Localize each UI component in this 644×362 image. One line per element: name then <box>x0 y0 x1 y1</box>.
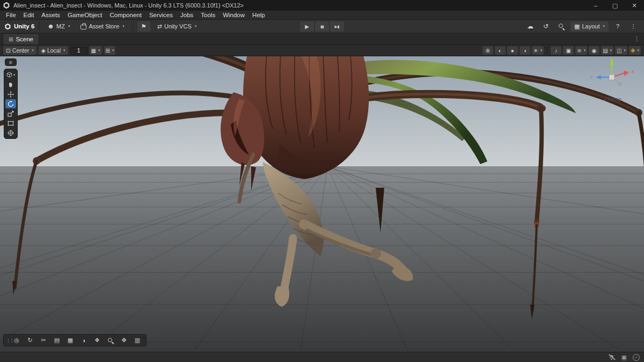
search-view-button[interactable] <box>104 335 117 345</box>
z-axis-handle[interactable] <box>596 75 601 79</box>
menu-jobs[interactable]: Jobs <box>177 11 197 19</box>
sliders-button[interactable]: ▤ <box>50 335 63 345</box>
skybox-dropdown[interactable]: ☀ ▾ <box>532 46 544 55</box>
render-doodads-icon: ⊕ <box>486 48 490 54</box>
orbit-view-button[interactable]: ◎ <box>10 335 23 345</box>
menu-help[interactable]: Help <box>248 11 269 19</box>
paint-grid-icon: ▦ <box>68 337 73 344</box>
scene-visibility-button[interactable]: ◉ <box>589 46 599 55</box>
shopping-bag-icon <box>80 25 86 29</box>
overlay-drag-handle[interactable]: ⋮⋮ <box>6 338 10 343</box>
menu-services[interactable]: Services <box>145 11 177 19</box>
camera-preview-button[interactable]: ▣ <box>563 46 574 55</box>
view-tool-button[interactable] <box>5 80 16 89</box>
scene-canvas[interactable] <box>0 45 644 352</box>
play-button[interactable]: ▶ <box>300 21 314 32</box>
grid-snap-dropdown[interactable]: ▦ ▾ <box>90 46 102 55</box>
gizmo-center-cube[interactable] <box>609 75 614 80</box>
pivot-mode-dropdown[interactable]: ⊡ Center ▾ <box>3 46 36 55</box>
rotate-view-button[interactable]: ↻ <box>24 335 36 345</box>
editor-status-button[interactable]: ✓ <box>633 354 640 361</box>
axis-space-icon: ◈ <box>41 47 46 54</box>
transform-tool-button[interactable] <box>5 128 16 137</box>
paint-grid-button[interactable]: ▦ <box>64 335 77 345</box>
ground-plane <box>0 166 644 352</box>
window-title: Alien_insect - Alien_insect - Windows, M… <box>13 2 244 9</box>
tool-context-dropdown[interactable]: ▾ <box>5 70 16 79</box>
history-icon: ↺ <box>543 23 548 30</box>
dock-tab-bar: ⊞ Scene ⋮ <box>0 33 644 45</box>
scene-overlay-button[interactable]: ◑ <box>519 46 530 55</box>
gizmos-dropdown[interactable]: ✥ ▾ <box>629 46 641 55</box>
grid-visibility-dropdown[interactable]: ▤ ▾ <box>601 46 613 55</box>
asset-store-dropdown[interactable]: Asset Store ▾ <box>77 21 128 32</box>
rect-tool-button[interactable] <box>5 119 16 128</box>
transform-tools: ▾ <box>4 69 18 139</box>
tab-bar-more-button[interactable]: ⋮ <box>634 35 640 42</box>
tab-scene[interactable]: ⊞ Scene <box>3 33 39 45</box>
x-axis-handle[interactable] <box>624 71 629 76</box>
increment-snap-dropdown[interactable]: ⊞ ▾ <box>104 46 116 55</box>
menu-gameobject[interactable]: GameObject <box>64 11 106 19</box>
shaded-sphere-icon: ● <box>511 48 514 54</box>
render-mode-button[interactable]: ⊕ <box>482 46 493 55</box>
scene-lighting-button[interactable]: ◐ <box>495 46 506 55</box>
bookmark-button[interactable]: ⚑ <box>137 21 150 32</box>
orientation-gizmo[interactable]: y x z ◄Persp <box>586 57 638 106</box>
coordinate-space-dropdown[interactable]: ◈ Local ▾ <box>39 46 68 55</box>
menu-window[interactable]: Window <box>219 11 248 19</box>
camera-icon: ▣ <box>566 48 571 54</box>
orbit-icon: ◎ <box>14 337 19 344</box>
shaded-mode-button[interactable]: ● <box>507 46 518 55</box>
account-dropdown[interactable]: ☻ MZ ▾ <box>43 21 74 32</box>
package-icon: ▣ <box>621 354 627 360</box>
cloud-icon: ☁ <box>527 23 533 30</box>
move-tool-button[interactable] <box>5 90 16 99</box>
menu-file[interactable]: File <box>2 11 20 19</box>
effects-dropdown[interactable]: ≋ ▾ <box>575 46 587 55</box>
menu-bar: File Edit Assets GameObject Component Se… <box>0 11 644 20</box>
export-button[interactable]: ▥ <box>131 335 144 345</box>
negative-axis-handle[interactable] <box>618 83 621 86</box>
chevron-down-icon: ▾ <box>610 48 612 53</box>
chevron-down-icon: ▾ <box>122 24 125 28</box>
menu-tools[interactable]: Tools <box>197 11 219 19</box>
chevron-down-icon: ▾ <box>195 24 197 28</box>
undo-history-button[interactable]: ↺ <box>539 21 552 32</box>
step-button[interactable]: ▶▮ <box>330 21 344 32</box>
menu-assets[interactable]: Assets <box>38 11 64 19</box>
search-button[interactable] <box>555 21 568 32</box>
sphere-view-button[interactable]: ◑ <box>77 335 90 345</box>
unity-vcs-dropdown[interactable]: ⇄ Unity VCS ▾ <box>153 21 200 32</box>
audio-toggle-button[interactable]: ♪ <box>551 46 561 55</box>
projection-label[interactable]: ◄Persp <box>586 97 638 102</box>
divider <box>133 22 133 31</box>
pause-button[interactable]: ▮▮ <box>315 21 329 32</box>
notifications-muted-button[interactable] <box>609 354 616 361</box>
rotate-tool-button[interactable] <box>5 99 16 108</box>
account-icon: ☻ <box>47 23 54 30</box>
cloud-services-button[interactable]: ☁ <box>524 21 537 32</box>
chevron-down-icon: ▾ <box>32 48 34 53</box>
scissors-icon: ✂ <box>41 337 46 344</box>
help-button[interactable]: ? <box>611 21 624 32</box>
cut-tool-button[interactable]: ✂ <box>37 335 50 345</box>
particles-icon: ❖ <box>94 337 100 344</box>
close-button[interactable]: ✕ <box>625 0 644 11</box>
package-manager-button[interactable]: ▣ <box>621 354 627 361</box>
camera-settings-dropdown[interactable]: ◫ ▾ <box>615 46 627 55</box>
minimize-button[interactable]: – <box>586 0 605 11</box>
menu-edit[interactable]: Edit <box>20 11 38 19</box>
move-overlay-button[interactable]: ✥ <box>118 335 130 345</box>
layout-dropdown[interactable]: ▦ Layout ▾ <box>570 21 609 32</box>
move-icon <box>8 91 14 98</box>
maximize-button[interactable]: ▢ <box>605 0 625 11</box>
scale-icon <box>8 110 14 117</box>
grid-icon: ▤ <box>603 48 608 54</box>
menu-component[interactable]: Component <box>106 11 145 19</box>
grid-size-field[interactable] <box>70 47 87 55</box>
particles-button[interactable]: ❖ <box>91 335 104 345</box>
toolbar-more-button[interactable]: ⋮ <box>627 21 640 32</box>
scale-tool-button[interactable] <box>5 109 16 118</box>
overlay-menu-button[interactable]: ≡ <box>5 58 17 66</box>
